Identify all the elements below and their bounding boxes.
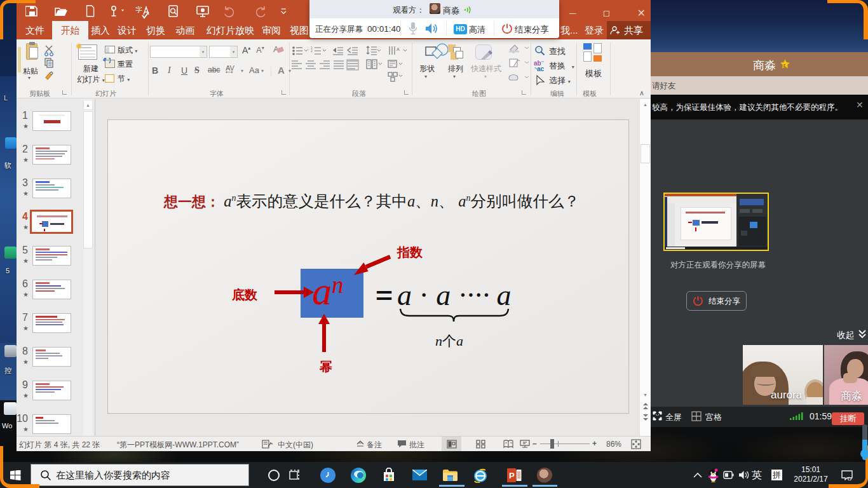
svg-text:z: z [783,63,786,67]
svg-text:P: P [509,471,515,480]
svg-text:字: 字 [135,6,142,13]
svg-text:ac: ac [537,65,545,72]
svg-text:A: A [397,47,400,51]
svg-text:2: 2 [311,49,313,53]
